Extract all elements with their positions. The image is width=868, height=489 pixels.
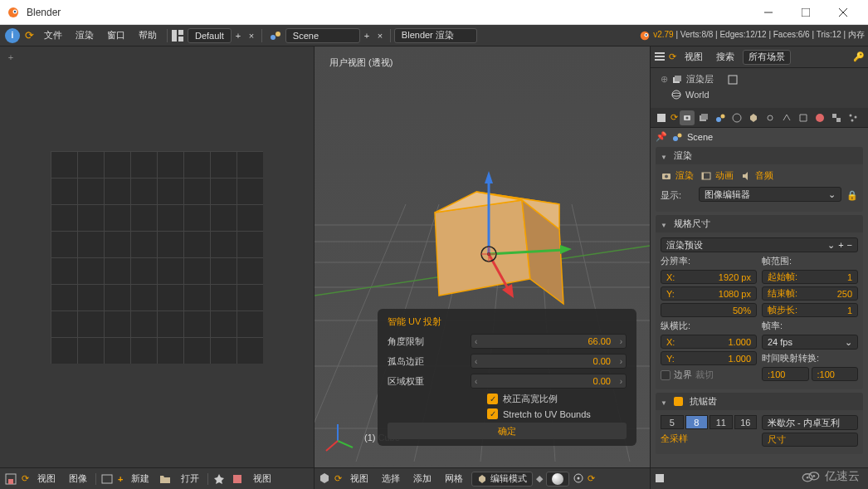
menu-file[interactable]: 文件: [37, 25, 69, 46]
menu-window[interactable]: 窗口: [100, 25, 132, 46]
aa-sample-11[interactable]: 11: [710, 415, 733, 429]
outliner-item-renderlayers[interactable]: ⊕ 渲染层: [656, 71, 863, 87]
uv-pin-icon[interactable]: [212, 472, 227, 487]
res-x-field[interactable]: X:1920 px: [661, 270, 757, 284]
tab-data[interactable]: [796, 110, 811, 125]
outliner-tree[interactable]: ⊕ 渲染层 World: [651, 68, 868, 108]
audio-button[interactable]: 音频: [740, 169, 773, 182]
props-footer-icon[interactable]: [654, 472, 666, 486]
tab-material[interactable]: [812, 110, 827, 125]
scene-add-button[interactable]: +: [360, 28, 373, 43]
op-field-angle[interactable]: 66.00: [471, 334, 627, 349]
uv-editor-type-icon[interactable]: [3, 472, 18, 487]
window-maximize-button[interactable]: [787, 0, 824, 25]
open-folder-icon[interactable]: [158, 472, 173, 487]
ol-menu-search[interactable]: 搜索: [711, 51, 739, 63]
render-preset-dropdown[interactable]: 渲染预设⌄+−: [661, 237, 858, 252]
vp-menu-mesh[interactable]: 网格: [440, 472, 468, 485]
uv-open-button[interactable]: 打开: [176, 472, 204, 485]
image-browse-icon[interactable]: [100, 472, 115, 487]
frame-end-field[interactable]: 结束帧:250: [762, 286, 858, 301]
tab-modifiers[interactable]: [779, 110, 794, 125]
res-percent-field[interactable]: 50%: [661, 303, 757, 317]
props-refresh-icon[interactable]: ⟳: [671, 112, 678, 123]
uv-menu-image[interactable]: 图像: [64, 472, 92, 485]
panel-dimensions-header[interactable]: 规格尺寸: [656, 215, 863, 232]
preset-remove-button[interactable]: −: [847, 240, 852, 251]
framerate-dropdown[interactable]: 24 fps⌄: [762, 335, 858, 350]
menu-help[interactable]: 帮助: [132, 25, 163, 46]
op-confirm-button[interactable]: 确定: [388, 423, 627, 439]
tab-constraints[interactable]: [763, 110, 778, 125]
pivot-icon[interactable]: [573, 472, 584, 486]
panel-aa-header[interactable]: 抗锯齿: [656, 393, 863, 410]
editor-type-3dview-icon[interactable]: [318, 472, 331, 487]
vp-menu-view[interactable]: 视图: [345, 472, 373, 485]
full-sample-checkbox[interactable]: 全采样: [661, 432, 757, 446]
tab-render-layers[interactable]: [696, 110, 711, 125]
vp-menu-select[interactable]: 选择: [377, 472, 405, 485]
tab-scene[interactable]: [713, 110, 728, 125]
aspect-x-field[interactable]: X:1.000: [661, 335, 757, 349]
op-field-weight[interactable]: 0.00: [471, 374, 627, 389]
tab-render[interactable]: [680, 110, 695, 125]
tab-object[interactable]: [746, 110, 761, 125]
3d-view-canvas[interactable]: 用户视图 (透视): [315, 46, 650, 467]
aa-sample-5[interactable]: 5: [661, 415, 684, 429]
props-editor-type-icon[interactable]: [654, 110, 669, 125]
menu-render[interactable]: 渲染: [69, 25, 100, 46]
uv-menu-view2[interactable]: 视图: [248, 472, 276, 485]
frame-start-field[interactable]: 起始帧:1: [762, 270, 858, 284]
uv-new-button[interactable]: 新建: [126, 472, 154, 485]
tab-texture[interactable]: [829, 110, 844, 125]
layout-add-button[interactable]: +: [232, 28, 245, 43]
render-button[interactable]: 渲染: [661, 169, 694, 182]
tab-world[interactable]: [729, 110, 744, 125]
display-dropdown[interactable]: 图像编辑器⌄: [699, 187, 841, 202]
uv-menu-view[interactable]: 视图: [32, 472, 61, 485]
tab-particles[interactable]: [846, 110, 861, 125]
border-checkbox[interactable]: 边界: [661, 368, 692, 382]
info-editor-icon[interactable]: i: [5, 28, 20, 43]
orientation-icon[interactable]: ◆: [536, 473, 543, 484]
ol-refresh-icon[interactable]: ⟳: [669, 51, 676, 62]
res-y-field[interactable]: Y:1080 px: [661, 286, 757, 301]
crop-checkbox[interactable]: 裁切: [695, 368, 714, 382]
aa-size-field[interactable]: 尺寸: [762, 433, 858, 447]
aa-sample-8[interactable]: 8: [685, 415, 709, 429]
render-engine-dropdown[interactable]: Blender 渲染: [394, 28, 477, 43]
aa-sample-16[interactable]: 16: [734, 415, 758, 429]
frame-step-field[interactable]: 帧步长:1: [762, 303, 858, 317]
ol-filter-dropdown[interactable]: 所有场景: [743, 50, 791, 65]
ol-menu-view[interactable]: 视图: [680, 51, 708, 63]
uv-render-icon[interactable]: [230, 472, 245, 487]
animation-button[interactable]: 动画: [700, 169, 734, 182]
shading-dropdown[interactable]: [546, 472, 569, 487]
window-minimize-button[interactable]: [749, 0, 787, 25]
aspect-y-field[interactable]: Y:1.000: [661, 351, 757, 365]
add-image-button[interactable]: +: [118, 474, 123, 484]
op-check-aspect[interactable]: ✓校正高宽比例: [487, 393, 627, 405]
vp-refresh2-icon[interactable]: ⟳: [588, 473, 595, 484]
remap-old-field[interactable]: :100: [762, 367, 809, 381]
uv-refresh-icon[interactable]: ⟳: [22, 473, 29, 484]
screen-layout-dropdown[interactable]: Default: [188, 28, 232, 43]
vp-menu-add[interactable]: 添加: [408, 472, 436, 485]
outliner-item-world[interactable]: World: [656, 87, 863, 102]
scene-dropdown[interactable]: Scene: [285, 28, 360, 43]
window-close-button[interactable]: [824, 0, 861, 25]
pin-icon[interactable]: 📌: [656, 131, 667, 142]
mode-dropdown[interactable]: 编辑模式: [471, 472, 533, 487]
preset-add-button[interactable]: +: [838, 240, 843, 251]
scene-remove-button[interactable]: ×: [373, 28, 387, 43]
remap-new-field[interactable]: :100: [812, 367, 859, 381]
update-indicator-icon[interactable]: ⟳: [25, 29, 34, 42]
op-field-margin[interactable]: 0.00: [471, 354, 627, 369]
ol-key-icon[interactable]: 🔑: [853, 51, 865, 62]
lock-icon[interactable]: 🔒: [846, 190, 858, 201]
aa-filter-dropdown[interactable]: 米歇尔 - 内卓互利: [762, 415, 858, 430]
panel-render-header[interactable]: 渲染: [656, 147, 863, 164]
uv-canvas[interactable]: [0, 46, 314, 467]
layout-remove-button[interactable]: ×: [245, 28, 258, 43]
outliner-editor-icon[interactable]: [654, 51, 666, 64]
